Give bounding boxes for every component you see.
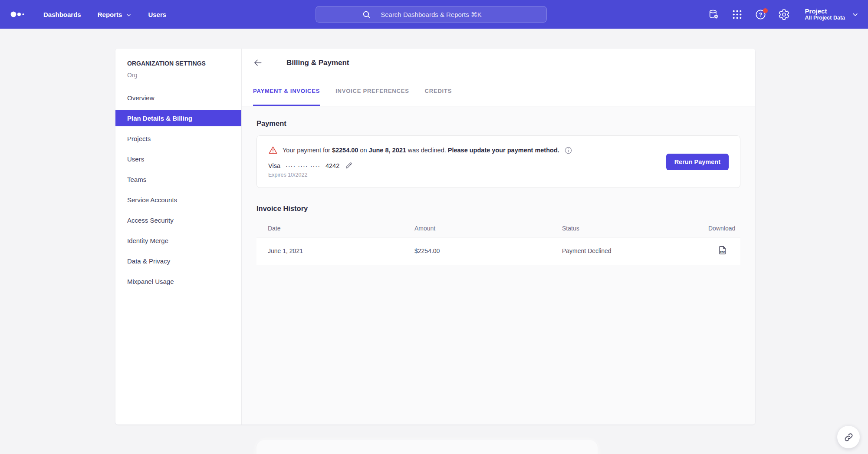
org-name: Org [127, 71, 241, 79]
alert-text: Your payment for $2254.00 on June 8, 202… [283, 147, 559, 154]
sidebar-item-identity-merge[interactable]: Identity Merge [115, 232, 241, 249]
apps-grid-button[interactable] [731, 8, 743, 20]
billing-tabs: PAYMENT & INVOICES INVOICE PREFERENCES C… [242, 77, 755, 106]
nav-links: Dashboards Reports Users [43, 11, 166, 18]
navbar-right: ? Project All Project Data [708, 0, 858, 29]
tab-payment-invoices[interactable]: PAYMENT & INVOICES [253, 77, 320, 106]
sidebar-item-teams[interactable]: Teams [115, 171, 241, 188]
link-icon [844, 432, 854, 442]
search-input[interactable] [316, 7, 546, 22]
edit-payment-method-button[interactable] [345, 161, 353, 170]
column-header-amount: Amount [414, 220, 562, 237]
settings-button[interactable] [778, 8, 790, 20]
gear-icon [778, 9, 790, 20]
invoice-date: June 1, 2021 [256, 237, 414, 265]
svg-text:?: ? [759, 12, 763, 18]
arrow-left-icon [253, 58, 263, 68]
nav-item-label: Users [148, 11, 166, 18]
invoice-history-section: Invoice History Date Amount Status Downl… [256, 204, 740, 265]
payment-card: Your payment for $2254.00 on June 8, 202… [256, 135, 740, 188]
copy-link-button[interactable] [837, 426, 860, 448]
mixpanel-logo[interactable] [10, 10, 25, 18]
sidebar-title: ORGANIZATION SETTINGS [127, 59, 241, 68]
payment-heading: Payment [256, 119, 740, 128]
card-last4: 4242 [326, 162, 339, 169]
pencil-icon [345, 161, 353, 170]
invoice-amount: $2254.00 [414, 237, 562, 265]
nav-item-dashboards[interactable]: Dashboards [43, 11, 81, 18]
nav-item-label: Reports [98, 11, 122, 18]
card-brand: Visa [268, 162, 280, 169]
info-icon[interactable] [564, 146, 572, 155]
rerun-payment-button[interactable]: Rerun Payment [666, 154, 729, 170]
database-gear-icon [708, 9, 720, 20]
column-header-status: Status [562, 220, 708, 237]
page-header: Billing & Payment [242, 49, 755, 77]
tab-content: Payment Your payment for $2254.00 on Jun… [242, 106, 755, 424]
payment-details: Your payment for $2254.00 on June 8, 202… [268, 145, 572, 178]
card-expiry: Expires 10/2022 [268, 172, 572, 178]
sidebar-item-service-accounts[interactable]: Service Accounts [115, 191, 241, 208]
project-switcher-subtitle: All Project Data [805, 15, 845, 21]
sidebar-item-data-privacy[interactable]: Data & Privacy [115, 253, 241, 269]
download-pdf-button[interactable]: PDF [717, 245, 727, 255]
nav-item-users[interactable]: Users [148, 11, 166, 18]
org-settings-panel: ORGANIZATION SETTINGS Org Overview Plan … [115, 49, 755, 424]
sidebar-item-overview[interactable]: Overview [115, 89, 241, 106]
settings-main-pane: Billing & Payment PAYMENT & INVOICES INV… [242, 49, 755, 424]
sidebar-item-users[interactable]: Users [115, 151, 241, 167]
payment-method: Visa ···· ···· ···· 4242 [268, 161, 572, 170]
chevron-down-icon [126, 12, 132, 18]
invoice-history-heading: Invoice History [256, 204, 740, 213]
back-button[interactable] [242, 49, 274, 77]
help-button[interactable]: ? [755, 8, 767, 20]
warning-icon [268, 145, 278, 155]
chevron-down-icon [852, 11, 858, 18]
page-title: Billing & Payment [274, 49, 349, 77]
tab-credits[interactable]: CREDITS [425, 77, 452, 106]
sidebar-item-plan-details-billing[interactable]: Plan Details & Billing [115, 110, 241, 126]
svg-text:PDF: PDF [720, 251, 725, 253]
payment-declined-alert: Your payment for $2254.00 on June 8, 202… [268, 145, 572, 155]
invoice-status: Payment Declined [562, 237, 708, 265]
bottom-ghost-panel [256, 440, 598, 454]
nav-item-label: Dashboards [43, 11, 81, 18]
pdf-file-icon: PDF [717, 245, 727, 255]
sidebar-item-mixpanel-usage[interactable]: Mixpanel Usage [115, 273, 241, 290]
mixpanel-dots-icon [10, 10, 25, 18]
invoice-row: June 1, 2021 $2254.00 Payment Declined P… [256, 237, 740, 265]
invoice-table: Date Amount Status Download June 1, 2021… [256, 220, 740, 265]
settings-sidebar: ORGANIZATION SETTINGS Org Overview Plan … [115, 49, 242, 424]
invoice-table-header: Date Amount Status Download [256, 220, 740, 237]
global-search[interactable] [316, 6, 547, 23]
sidebar-list: Overview Plan Details & Billing Projects… [115, 89, 241, 290]
project-switcher[interactable]: Project All Project Data [805, 7, 858, 21]
sidebar-item-access-security[interactable]: Access Security [115, 212, 241, 228]
notification-dot [763, 8, 768, 13]
apps-grid-icon [732, 9, 743, 20]
sidebar-item-projects[interactable]: Projects [115, 130, 241, 147]
tab-invoice-preferences[interactable]: INVOICE PREFERENCES [335, 77, 409, 106]
column-header-download: Download [708, 220, 740, 237]
nav-item-reports[interactable]: Reports [98, 11, 132, 18]
data-management-button[interactable] [708, 8, 720, 20]
search-icon [362, 10, 371, 19]
top-navbar: Dashboards Reports Users [0, 0, 868, 29]
project-switcher-title: Project [805, 7, 845, 15]
card-masked-digits: ···· ···· ···· [286, 162, 320, 169]
column-header-date: Date [256, 220, 414, 237]
